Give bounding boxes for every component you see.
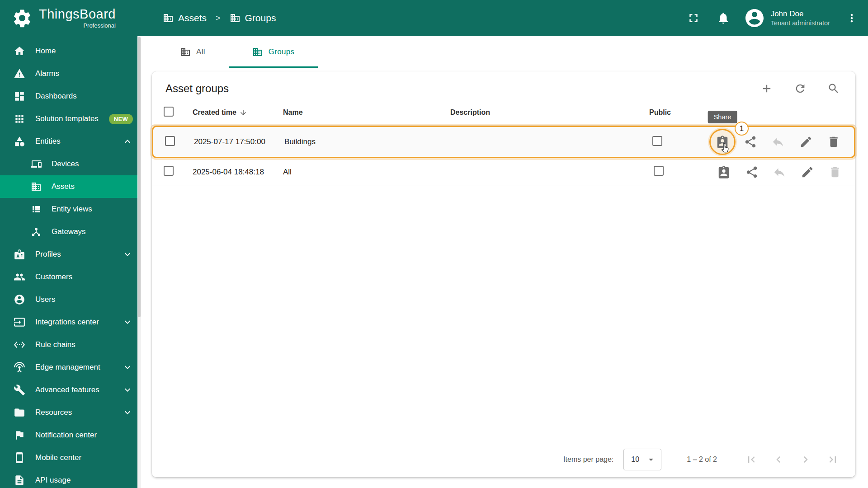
- home-icon: [14, 45, 25, 57]
- sidebar-item-profiles[interactable]: Profiles: [0, 243, 141, 266]
- row-checkbox[interactable]: [164, 166, 174, 176]
- asset-groups-card: Asset groups Created time Name De: [152, 71, 855, 477]
- sidebar-item-label: Customers: [35, 272, 72, 282]
- items-per-page-select[interactable]: 10: [623, 449, 661, 470]
- delete-button[interactable]: [827, 135, 840, 149]
- share-tooltip: Share: [708, 111, 737, 123]
- public-checkbox: [652, 136, 662, 146]
- edit-button[interactable]: [799, 135, 813, 149]
- sidebar-item-entities[interactable]: Entities: [0, 130, 141, 153]
- refresh-button[interactable]: [794, 82, 807, 95]
- items-per-page-label: Items per page:: [563, 455, 613, 464]
- devices-icon: [31, 159, 42, 169]
- sidebar-item-users[interactable]: Users: [0, 288, 141, 311]
- notifications-button[interactable]: [717, 11, 730, 25]
- manage-group-users-button[interactable]: [717, 165, 731, 179]
- sidebar-item-label: Alarms: [35, 69, 59, 78]
- sidebar-item-label: Notification center: [35, 431, 97, 440]
- view-list-icon: [31, 204, 42, 215]
- tab-all[interactable]: All: [156, 36, 229, 68]
- column-header-description[interactable]: Description: [450, 108, 649, 117]
- badge-icon: [14, 249, 25, 260]
- sidebar-item-label: Gateways: [52, 227, 86, 236]
- column-header-created-time[interactable]: Created time: [193, 108, 283, 117]
- breadcrumb-item-groups[interactable]: Groups: [230, 13, 276, 23]
- app-logo: ThingsBoard Professional: [0, 8, 141, 28]
- cell-name: Buildings: [284, 137, 452, 146]
- sidebar-scrollbar[interactable]: [137, 36, 141, 488]
- pagination: Items per page: 10 1 – 2 of 2: [152, 442, 855, 477]
- chevron-down-icon: [122, 385, 133, 395]
- column-header-name[interactable]: Name: [283, 108, 450, 117]
- sidebar-item-notification-center[interactable]: Notification center: [0, 424, 141, 446]
- sidebar-item-api-usage[interactable]: API usage: [0, 469, 141, 488]
- breadcrumb-separator: >: [216, 14, 221, 23]
- sidebar-item-integrations-center[interactable]: Integrations center: [0, 311, 141, 333]
- table-row-buildings[interactable]: 2025-07-17 17:50:00 Buildings Share 1: [152, 126, 855, 158]
- sidebar-item-label: API usage: [35, 476, 71, 485]
- sidebar-item-resources[interactable]: Resources: [0, 401, 141, 424]
- share-button[interactable]: [744, 135, 757, 149]
- sidebar-item-label: Rule chains: [35, 340, 75, 349]
- sidebar-item-dashboards[interactable]: Dashboards: [0, 85, 141, 108]
- breadcrumb-label: Assets: [178, 13, 207, 23]
- document-icon: [14, 474, 25, 486]
- manage-group-users-button[interactable]: Share 1: [716, 135, 729, 149]
- ethernet-icon: [14, 339, 25, 351]
- step-annotation: 1: [735, 122, 749, 136]
- edit-button[interactable]: [801, 165, 814, 179]
- tab-groups[interactable]: Groups: [229, 36, 318, 68]
- public-checkbox: [654, 166, 664, 176]
- cursor-pointer-icon: [720, 142, 731, 154]
- warning-icon: [14, 68, 25, 80]
- breadcrumb-item-assets[interactable]: Assets: [163, 13, 207, 23]
- sidebar-item-advanced-features[interactable]: Advanced features: [0, 379, 141, 401]
- share-button[interactable]: [745, 165, 759, 179]
- chevron-down-icon: [122, 317, 133, 328]
- table-header: Created time Name Description Public: [152, 99, 855, 126]
- table-row-all[interactable]: 2025-06-04 18:48:18 All: [152, 158, 855, 186]
- sidebar-item-alarms[interactable]: Alarms: [0, 62, 141, 85]
- user-role: Tenant administrator: [771, 19, 830, 27]
- user-avatar-icon: [744, 7, 765, 29]
- sidebar-item-label: Advanced features: [35, 385, 99, 394]
- sidebar-item-label: Edge management: [35, 363, 100, 372]
- user-menu[interactable]: John Doe Tenant administrator: [744, 7, 830, 29]
- sidebar-item-assets[interactable]: Assets: [0, 175, 141, 198]
- apps-grid-icon: [14, 113, 25, 125]
- sidebar-item-customers[interactable]: Customers: [0, 266, 141, 288]
- sidebar-item-home[interactable]: Home: [0, 40, 141, 62]
- new-badge: NEW: [109, 114, 133, 124]
- sidebar-item-label: Integrations center: [35, 318, 99, 327]
- sidebar-item-rule-chains[interactable]: Rule chains: [0, 333, 141, 356]
- search-button[interactable]: [827, 82, 840, 95]
- select-all-checkbox[interactable]: [164, 107, 174, 117]
- make-private-button: [771, 135, 785, 149]
- fullscreen-button[interactable]: [687, 11, 700, 25]
- sidebar-item-edge-management[interactable]: Edge management: [0, 356, 141, 379]
- top-bar: ThingsBoard Professional Assets > Groups: [0, 0, 868, 36]
- sidebar-nav: Home Alarms Dashboards Solution template…: [0, 36, 141, 488]
- chevron-up-icon: [122, 136, 133, 147]
- sidebar-item-label: Dashboards: [35, 92, 77, 101]
- flag-icon: [14, 429, 25, 441]
- people-icon: [14, 271, 25, 283]
- sidebar-item-label: Resources: [35, 408, 72, 417]
- sidebar-scrollbar-thumb[interactable]: [138, 37, 141, 317]
- row-checkbox[interactable]: [165, 136, 175, 146]
- cell-name: All: [283, 168, 450, 177]
- previous-page-button: [772, 453, 785, 466]
- sidebar-item-devices[interactable]: Devices: [0, 153, 141, 175]
- more-menu-button[interactable]: [845, 12, 858, 24]
- sidebar-item-solution-templates[interactable]: Solution templates NEW: [0, 108, 141, 130]
- add-button[interactable]: [760, 82, 773, 95]
- items-per-page-value: 10: [631, 455, 639, 464]
- column-header-public[interactable]: Public: [649, 108, 717, 117]
- sidebar-item-gateways[interactable]: Gateways: [0, 221, 141, 243]
- person-circle-icon: [14, 294, 25, 305]
- user-name: John Doe: [771, 9, 830, 19]
- device-hub-icon: [31, 226, 42, 237]
- sort-desc-icon: [239, 108, 247, 117]
- sidebar-item-mobile-center[interactable]: Mobile center: [0, 446, 141, 469]
- sidebar-item-entity-views[interactable]: Entity views: [0, 198, 141, 221]
